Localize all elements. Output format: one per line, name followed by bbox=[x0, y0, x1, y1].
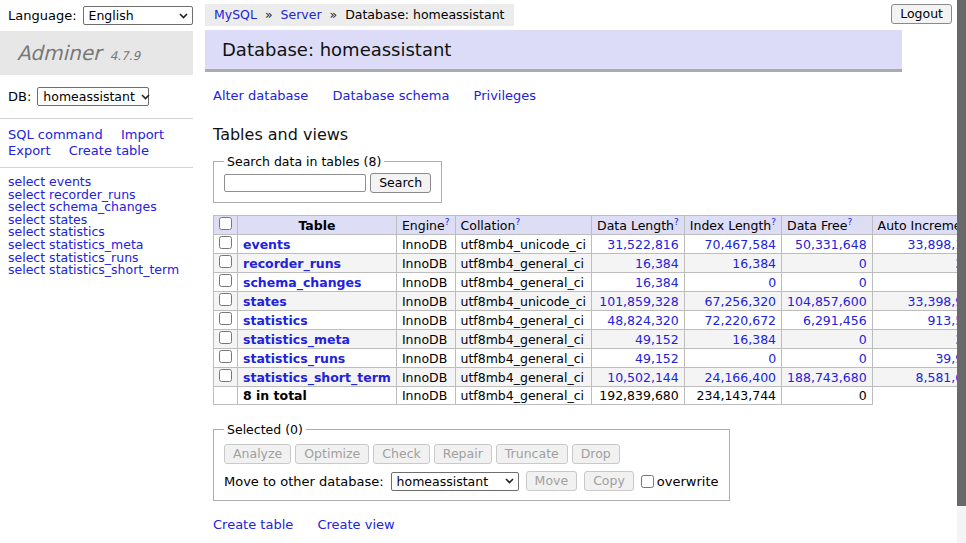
move-button[interactable]: Move bbox=[526, 471, 578, 491]
table-cell[interactable]: 48,824,320 bbox=[592, 311, 685, 330]
table-cell[interactable]: 31,522,816 bbox=[592, 235, 685, 254]
vertical-scrollbar[interactable] bbox=[957, 0, 966, 543]
select-all-checkbox[interactable] bbox=[219, 217, 232, 230]
table-cell[interactable]: 70,467,584 bbox=[684, 235, 781, 254]
row-checkbox[interactable] bbox=[219, 369, 232, 382]
row-checkbox[interactable] bbox=[219, 274, 232, 287]
row-checkbox-cell[interactable] bbox=[214, 273, 238, 292]
table-name-link[interactable]: statistics bbox=[243, 313, 308, 328]
drop-button[interactable]: Drop bbox=[572, 444, 620, 464]
table-cell[interactable]: 0 bbox=[782, 330, 873, 349]
sidebar-link-sql-command[interactable]: SQL command bbox=[8, 127, 103, 142]
table-name-link[interactable]: recorder_runs bbox=[243, 256, 341, 271]
overwrite-option[interactable]: overwrite bbox=[641, 474, 719, 489]
language-select[interactable]: English bbox=[83, 6, 193, 25]
overwrite-checkbox[interactable] bbox=[641, 475, 654, 488]
row-checkbox-cell[interactable] bbox=[214, 368, 238, 387]
table-cell[interactable]: 49,152 bbox=[592, 349, 685, 368]
row-checkbox[interactable] bbox=[219, 255, 232, 268]
table-name-link[interactable]: events bbox=[243, 237, 290, 252]
row-checkbox-cell[interactable] bbox=[214, 235, 238, 254]
table-cell[interactable]: 378 bbox=[872, 254, 966, 273]
alter-database-link[interactable]: Alter database bbox=[213, 88, 308, 103]
check-button[interactable]: Check bbox=[373, 444, 429, 464]
optimize-button[interactable]: Optimize bbox=[295, 444, 369, 464]
table-cell: utf8mb4_unicode_ci bbox=[455, 292, 592, 311]
scrollbar-thumb[interactable] bbox=[957, 0, 966, 506]
sidebar-link-import[interactable]: Import bbox=[121, 127, 164, 142]
row-checkbox-cell[interactable] bbox=[214, 330, 238, 349]
table-name-link[interactable]: statistics_short_term bbox=[243, 370, 391, 385]
table-name-cell: events bbox=[238, 235, 397, 254]
row-checkbox-cell[interactable] bbox=[214, 349, 238, 368]
copy-button[interactable]: Copy bbox=[584, 471, 634, 491]
data-free-help-link[interactable]: ? bbox=[847, 217, 852, 227]
search-input[interactable] bbox=[224, 174, 366, 192]
table-name-link[interactable]: statistics_meta bbox=[243, 332, 350, 347]
table-name-link[interactable]: states bbox=[243, 294, 287, 309]
table-cell[interactable]: 188,743,680 bbox=[782, 368, 873, 387]
row-checkbox[interactable] bbox=[219, 350, 232, 363]
create-table-link[interactable]: Create table bbox=[213, 517, 293, 532]
table-cell[interactable]: 10,502,144 bbox=[592, 368, 685, 387]
db-select[interactable]: homeassistant bbox=[37, 87, 149, 106]
database-schema-link[interactable]: Database schema bbox=[333, 88, 450, 103]
engine-help-link[interactable]: ? bbox=[445, 217, 450, 227]
index-length-help-link[interactable]: ? bbox=[771, 217, 776, 227]
move-database-select[interactable]: homeassistant bbox=[391, 472, 519, 491]
breadcrumb-current: Database: homeassistant bbox=[345, 7, 504, 22]
table-cell[interactable]: 50,331,648 bbox=[782, 235, 873, 254]
table-cell[interactable]: 49,152 bbox=[592, 330, 685, 349]
table-cell[interactable]: 16,384 bbox=[592, 273, 685, 292]
breadcrumb-mysql-link[interactable]: MySQL bbox=[214, 7, 257, 22]
table-cell[interactable]: 33,398,984 bbox=[872, 292, 966, 311]
sidebar-select-link[interactable]: select statistics_short_term bbox=[8, 264, 193, 277]
table-cell[interactable]: 101,859,328 bbox=[592, 292, 685, 311]
table-cell[interactable]: 0 bbox=[684, 273, 781, 292]
row-checkbox[interactable] bbox=[219, 293, 232, 306]
create-view-link[interactable]: Create view bbox=[317, 517, 394, 532]
sidebar-link-create-table[interactable]: Create table bbox=[69, 143, 149, 158]
table-name-link[interactable]: schema_changes bbox=[243, 275, 361, 290]
table-cell[interactable]: 16,384 bbox=[592, 254, 685, 273]
row-checkbox-cell[interactable] bbox=[214, 311, 238, 330]
privileges-link[interactable]: Privileges bbox=[474, 88, 537, 103]
row-checkbox-cell[interactable] bbox=[214, 292, 238, 311]
table-cell[interactable]: 0 bbox=[782, 349, 873, 368]
repair-button[interactable]: Repair bbox=[434, 444, 492, 464]
table-cell[interactable]: 6,291,456 bbox=[782, 311, 873, 330]
table-cell[interactable]: 72,220,672 bbox=[684, 311, 781, 330]
table-cell[interactable]: 325 bbox=[872, 330, 966, 349]
tables-and-views-heading: Tables and views bbox=[213, 125, 956, 144]
table-cell[interactable]: 0 bbox=[782, 254, 873, 273]
table-cell[interactable]: 16,384 bbox=[684, 254, 781, 273]
table-cell[interactable]: 0 bbox=[782, 273, 873, 292]
data-length-help-link[interactable]: ? bbox=[674, 217, 679, 227]
table-cell[interactable]: 0 bbox=[684, 349, 781, 368]
row-checkbox[interactable] bbox=[219, 312, 232, 325]
analyze-button[interactable]: Analyze bbox=[224, 444, 291, 464]
table-cell[interactable]: 8,581,645 bbox=[872, 368, 966, 387]
row-checkbox[interactable] bbox=[219, 236, 232, 249]
truncate-button[interactable]: Truncate bbox=[496, 444, 568, 464]
table-name-link[interactable]: statistics_runs bbox=[243, 351, 345, 366]
table-cell[interactable]: 104,857,600 bbox=[782, 292, 873, 311]
table-cell[interactable]: 16,384 bbox=[684, 330, 781, 349]
breadcrumb-server-link[interactable]: Server bbox=[281, 7, 322, 22]
logout-button[interactable]: Logout bbox=[891, 4, 952, 24]
row-checkbox[interactable] bbox=[219, 331, 232, 344]
sidebar-link-export[interactable]: Export bbox=[8, 143, 51, 158]
table-cell[interactable]: 6 bbox=[872, 273, 966, 292]
table-cell[interactable]: 39,999 bbox=[872, 349, 966, 368]
table-cell[interactable]: 24,166,400 bbox=[684, 368, 781, 387]
collation-help-link[interactable]: ? bbox=[515, 217, 520, 227]
table-cell[interactable]: 67,256,320 bbox=[684, 292, 781, 311]
table-name-cell: statistics_short_term bbox=[238, 368, 397, 387]
table-cell[interactable]: 913,577 bbox=[872, 311, 966, 330]
app-name[interactable]: Adminer bbox=[17, 41, 101, 65]
select-all-cell[interactable] bbox=[214, 216, 238, 235]
table-cell[interactable]: 33,898,196 bbox=[872, 235, 966, 254]
table-cell: utf8mb4_unicode_ci bbox=[455, 235, 592, 254]
search-button[interactable]: Search bbox=[370, 173, 431, 193]
row-checkbox-cell[interactable] bbox=[214, 254, 238, 273]
